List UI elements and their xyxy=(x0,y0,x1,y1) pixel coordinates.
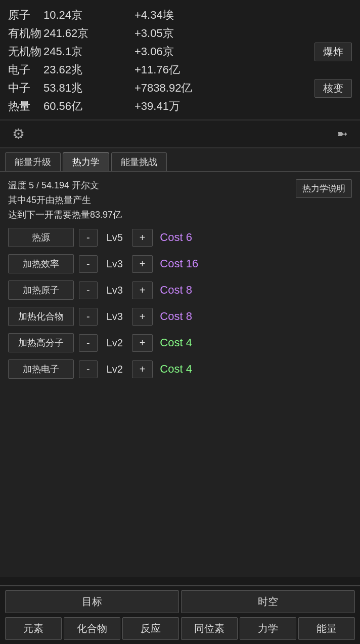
plus-button[interactable]: + xyxy=(132,308,153,326)
stat-value: 10.24京 xyxy=(43,8,134,23)
upgrade-name-button[interactable]: 加热原子 xyxy=(8,280,74,300)
upgrade-row: 热源-Lv5+Cost 6 xyxy=(8,228,352,247)
stat-action-button[interactable]: 核变 xyxy=(314,79,352,98)
plus-button[interactable]: + xyxy=(132,255,153,273)
upgrades-container: 热源-Lv5+Cost 6加热效率-Lv3+Cost 16加热原子-Lv3+Co… xyxy=(8,228,352,379)
level-text: Lv3 xyxy=(103,285,127,296)
upgrade-name-button[interactable]: 加热效率 xyxy=(8,254,74,273)
stat-row: 电子23.62兆+11.76亿 xyxy=(8,61,352,79)
plus-button[interactable]: + xyxy=(132,281,153,299)
stat-value: 53.81兆 xyxy=(43,80,134,96)
level-text: Lv2 xyxy=(103,337,127,349)
shuffle-icon[interactable]: ➼ xyxy=(337,126,348,142)
stat-row: 无机物245.1京+3.06京爆炸 xyxy=(8,43,352,61)
bottom-row2: 元素化合物反应同位素力学能量 xyxy=(0,614,360,644)
stat-rate: +7838.92亿 xyxy=(134,80,226,96)
cost-text: Cost 8 xyxy=(160,310,192,323)
upgrade-row: 加热电子-Lv2+Cost 4 xyxy=(8,359,352,379)
bottom-nav-button[interactable]: 同位素 xyxy=(181,617,238,640)
temp-line2: 其中45开由热量产生 xyxy=(8,193,122,208)
minus-button[interactable]: - xyxy=(79,334,98,352)
bottom-nav-button[interactable]: 力学 xyxy=(240,617,296,640)
stat-value: 245.1京 xyxy=(43,44,134,59)
temp-line3: 达到下一开需要热量83.97亿 xyxy=(8,208,122,222)
temp-line1: 温度 5 / 54.194 开尔文 xyxy=(8,178,122,193)
level-text: Lv3 xyxy=(103,311,127,323)
minus-button[interactable]: - xyxy=(79,281,98,299)
stat-label: 无机物 xyxy=(8,44,43,59)
upgrade-name-button[interactable]: 加热电子 xyxy=(8,359,74,379)
tab-能量挑战[interactable]: 能量挑战 xyxy=(111,152,167,171)
plus-button[interactable]: + xyxy=(132,229,153,247)
stat-row: 中子53.81兆+7838.92亿核变 xyxy=(8,79,352,97)
plus-button[interactable]: + xyxy=(132,360,153,378)
level-text: Lv3 xyxy=(103,258,127,270)
plus-button[interactable]: + xyxy=(132,334,153,352)
stat-row: 热量60.56亿+39.41万 xyxy=(8,97,352,115)
stat-row: 有机物241.62京+3.05京 xyxy=(8,24,352,43)
stat-label: 有机物 xyxy=(8,26,43,41)
info-block: 温度 5 / 54.194 开尔文 其中45开由热量产生 达到下一开需要热量83… xyxy=(8,178,352,222)
cost-text: Cost 8 xyxy=(160,284,192,297)
stat-rate: +4.34埃 xyxy=(134,8,226,23)
cost-text: Cost 4 xyxy=(160,363,192,376)
level-text: Lv2 xyxy=(103,364,127,375)
stat-action-button[interactable]: 爆炸 xyxy=(314,43,352,61)
gear-icon[interactable]: ⚙ xyxy=(12,126,25,142)
stat-rate: +11.76亿 xyxy=(134,62,226,77)
minus-button[interactable]: - xyxy=(79,255,98,273)
upgrade-name-button[interactable]: 加热高分子 xyxy=(8,333,74,352)
bottom-nav-button[interactable]: 能量 xyxy=(298,617,355,640)
bottom-nav-button[interactable]: 化合物 xyxy=(64,617,120,640)
bottom-nav: 目标时空 元素化合物反应同位素力学能量 xyxy=(0,585,360,644)
tab-bar: 能量升级热力学能量挑战 xyxy=(0,148,360,172)
minus-button[interactable]: - xyxy=(79,308,98,326)
minus-button[interactable]: - xyxy=(79,360,98,378)
bottom-nav-button[interactable]: 目标 xyxy=(5,590,179,613)
bottom-row1: 目标时空 xyxy=(0,586,360,614)
minus-button[interactable]: - xyxy=(79,229,98,247)
bottom-nav-button[interactable]: 反应 xyxy=(122,617,179,640)
stat-value: 23.62兆 xyxy=(43,62,134,77)
tab-能量升级[interactable]: 能量升级 xyxy=(5,152,61,171)
cost-text: Cost 6 xyxy=(160,231,192,244)
upgrade-row: 加热化合物-Lv3+Cost 8 xyxy=(8,307,352,326)
info-text: 温度 5 / 54.194 开尔文 其中45开由热量产生 达到下一开需要热量83… xyxy=(8,178,122,222)
stat-label: 原子 xyxy=(8,8,43,23)
stats-section: 原子10.24京+4.34埃有机物241.62京+3.05京无机物245.1京+… xyxy=(0,0,360,120)
upgrade-row: 加热高分子-Lv2+Cost 4 xyxy=(8,333,352,352)
stat-label: 中子 xyxy=(8,80,43,96)
stat-rate: +39.41万 xyxy=(134,99,226,114)
stat-value: 241.62京 xyxy=(43,26,134,41)
bottom-nav-button[interactable]: 时空 xyxy=(181,590,355,613)
cost-text: Cost 16 xyxy=(160,257,198,270)
cost-text: Cost 4 xyxy=(160,336,192,349)
stat-label: 电子 xyxy=(8,62,43,77)
main-content: 温度 5 / 54.194 开尔文 其中45开由热量产生 达到下一开需要热量83… xyxy=(0,172,360,577)
explain-button[interactable]: 热力学说明 xyxy=(296,179,352,198)
stat-value: 60.56亿 xyxy=(43,99,134,114)
upgrade-name-button[interactable]: 热源 xyxy=(8,228,74,247)
stat-row: 原子10.24京+4.34埃 xyxy=(8,6,352,24)
upgrade-row: 加热原子-Lv3+Cost 8 xyxy=(8,280,352,300)
stat-rate: +3.05京 xyxy=(134,26,226,41)
upgrade-name-button[interactable]: 加热化合物 xyxy=(8,307,74,326)
bottom-nav-button[interactable]: 元素 xyxy=(5,617,62,640)
stat-label: 热量 xyxy=(8,99,43,114)
upgrade-row: 加热效率-Lv3+Cost 16 xyxy=(8,254,352,273)
level-text: Lv5 xyxy=(103,232,127,244)
icon-bar: ⚙ ➼ xyxy=(0,120,360,148)
stat-rate: +3.06京 xyxy=(134,44,226,59)
tab-热力学[interactable]: 热力学 xyxy=(63,152,109,171)
